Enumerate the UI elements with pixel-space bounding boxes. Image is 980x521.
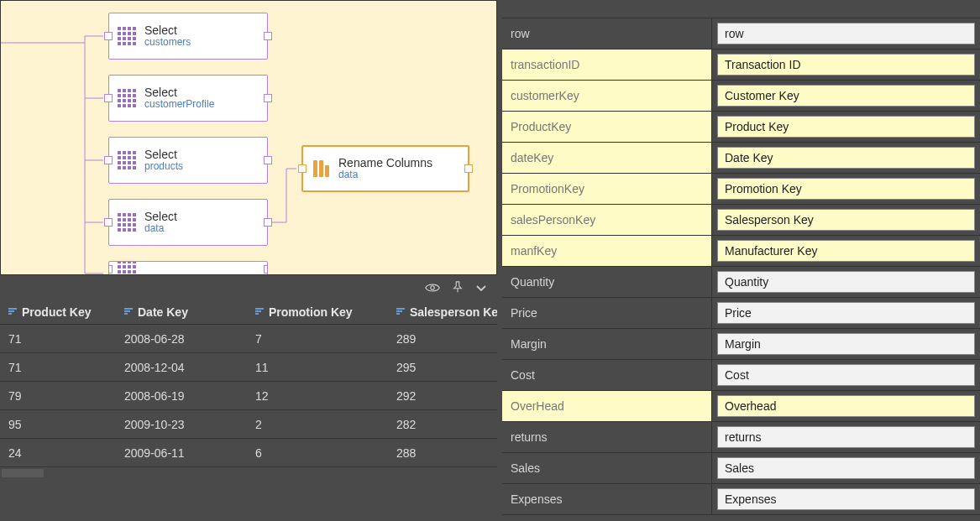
svg-rect-46 bbox=[128, 166, 131, 169]
mapping-target-cell bbox=[712, 329, 980, 359]
input-port[interactable] bbox=[108, 265, 113, 274]
output-port[interactable] bbox=[264, 94, 272, 102]
node-select-data[interactable]: Selectdata bbox=[108, 199, 268, 246]
node-subtitle: data bbox=[338, 169, 432, 180]
mapping-target-input[interactable] bbox=[717, 302, 975, 324]
input-port[interactable] bbox=[104, 32, 113, 40]
mapping-target-input[interactable] bbox=[717, 271, 975, 293]
table-cell: 7 bbox=[247, 332, 388, 346]
svg-rect-88 bbox=[255, 310, 261, 312]
input-port[interactable] bbox=[104, 94, 113, 102]
mapping-target-input[interactable] bbox=[717, 457, 975, 479]
svg-rect-65 bbox=[123, 261, 126, 263]
mapping-header bbox=[502, 0, 980, 18]
svg-rect-67 bbox=[133, 261, 136, 263]
column-header-label: Promotion Key bbox=[269, 305, 353, 319]
output-port[interactable] bbox=[264, 32, 272, 40]
mapping-target-input[interactable] bbox=[717, 426, 975, 448]
mapping-target-input[interactable] bbox=[717, 85, 975, 107]
column-header[interactable]: Product Key bbox=[0, 300, 116, 324]
node-title: Select bbox=[144, 148, 183, 161]
output-port[interactable] bbox=[264, 156, 272, 164]
table-cell: 295 bbox=[388, 361, 497, 374]
svg-rect-49 bbox=[123, 213, 126, 216]
node-select-partial[interactable]: Select bbox=[108, 261, 268, 275]
sort-icon bbox=[396, 307, 405, 317]
svg-rect-86 bbox=[124, 313, 128, 315]
mapping-row: row bbox=[502, 18, 980, 49]
table-row[interactable]: 792008-06-1912292 bbox=[0, 382, 497, 410]
svg-rect-38 bbox=[128, 156, 131, 159]
svg-rect-34 bbox=[128, 151, 131, 154]
svg-rect-40 bbox=[118, 161, 121, 164]
pin-icon[interactable] bbox=[452, 281, 464, 295]
sort-icon bbox=[8, 307, 17, 317]
mapping-source-label: salesPersonKey bbox=[502, 205, 712, 235]
svg-rect-91 bbox=[396, 310, 402, 312]
table-row[interactable]: 242009-06-116288 bbox=[0, 439, 497, 467]
svg-rect-84 bbox=[124, 308, 133, 310]
table-row[interactable]: 712008-06-287289 bbox=[0, 325, 497, 353]
svg-rect-64 bbox=[118, 261, 121, 263]
mapping-target-input[interactable] bbox=[717, 395, 975, 417]
mapping-target-input[interactable] bbox=[717, 23, 975, 44]
svg-rect-25 bbox=[123, 99, 126, 102]
column-header[interactable]: Promotion Key bbox=[247, 300, 388, 324]
mapping-target-input[interactable] bbox=[717, 333, 975, 355]
mapping-target-input[interactable] bbox=[717, 209, 975, 231]
svg-rect-29 bbox=[123, 104, 126, 107]
input-port[interactable] bbox=[104, 156, 113, 164]
mapping-source-label: PromotionKey bbox=[502, 174, 712, 204]
output-port[interactable] bbox=[264, 265, 268, 274]
mapping-target-cell bbox=[712, 205, 980, 235]
mapping-target-input[interactable] bbox=[717, 488, 975, 510]
svg-rect-17 bbox=[123, 89, 126, 92]
workflow-canvas[interactable]: SelectcustomersSelectcustomerProfileSele… bbox=[0, 0, 497, 275]
mapping-target-input[interactable] bbox=[717, 147, 975, 169]
mapping-target-input[interactable] bbox=[717, 364, 975, 386]
mapping-target-input[interactable] bbox=[717, 54, 975, 76]
output-port[interactable] bbox=[464, 164, 473, 173]
svg-rect-62 bbox=[128, 228, 131, 232]
node-select-products[interactable]: Selectproducts bbox=[108, 137, 268, 184]
svg-rect-37 bbox=[123, 156, 126, 159]
table-row[interactable]: 712008-12-0411295 bbox=[0, 353, 497, 382]
input-port[interactable] bbox=[104, 218, 113, 227]
mapping-target-cell bbox=[712, 49, 980, 80]
svg-rect-8 bbox=[118, 37, 121, 40]
input-port[interactable] bbox=[298, 164, 307, 173]
column-header[interactable]: Salesperson Key bbox=[388, 300, 497, 324]
mapping-target-input[interactable] bbox=[717, 240, 975, 262]
svg-rect-12 bbox=[118, 42, 121, 45]
svg-rect-4 bbox=[118, 32, 121, 35]
svg-rect-83 bbox=[8, 313, 12, 315]
chevron-down-icon[interactable] bbox=[475, 281, 487, 295]
mapping-source-label: ProductKey bbox=[502, 112, 712, 142]
svg-rect-68 bbox=[118, 265, 121, 268]
mapping-source-label: returns bbox=[502, 422, 712, 452]
node-select-customers[interactable]: Selectcustomers bbox=[108, 13, 268, 60]
node-subtitle: customers bbox=[144, 37, 191, 48]
svg-rect-43 bbox=[133, 161, 136, 164]
table-row[interactable]: 952009-10-232282 bbox=[0, 410, 497, 439]
mapping-target-input[interactable] bbox=[717, 116, 975, 138]
node-select-customerProfile[interactable]: SelectcustomerProfile bbox=[108, 75, 268, 122]
svg-rect-15 bbox=[133, 42, 136, 45]
svg-rect-57 bbox=[123, 223, 126, 227]
table-grid-icon bbox=[116, 149, 138, 171]
mapping-target-cell bbox=[712, 18, 980, 49]
table-cell: 79 bbox=[0, 389, 116, 403]
mapping-target-input[interactable] bbox=[717, 178, 975, 200]
column-header-label: Product Key bbox=[22, 305, 91, 319]
mapping-target-cell bbox=[712, 81, 980, 111]
mapping-source-label: Sales bbox=[502, 453, 712, 483]
mapping-target-cell bbox=[712, 391, 980, 421]
mapping-source-label: row bbox=[502, 18, 712, 49]
node-rename-columns[interactable]: Rename Columnsdata bbox=[301, 145, 469, 192]
svg-rect-52 bbox=[118, 218, 121, 221]
output-port[interactable] bbox=[264, 218, 272, 227]
svg-rect-23 bbox=[133, 94, 136, 97]
visibility-icon[interactable] bbox=[425, 281, 440, 295]
column-header[interactable]: Date Key bbox=[116, 300, 247, 324]
horizontal-scrollbar[interactable] bbox=[2, 469, 44, 477]
